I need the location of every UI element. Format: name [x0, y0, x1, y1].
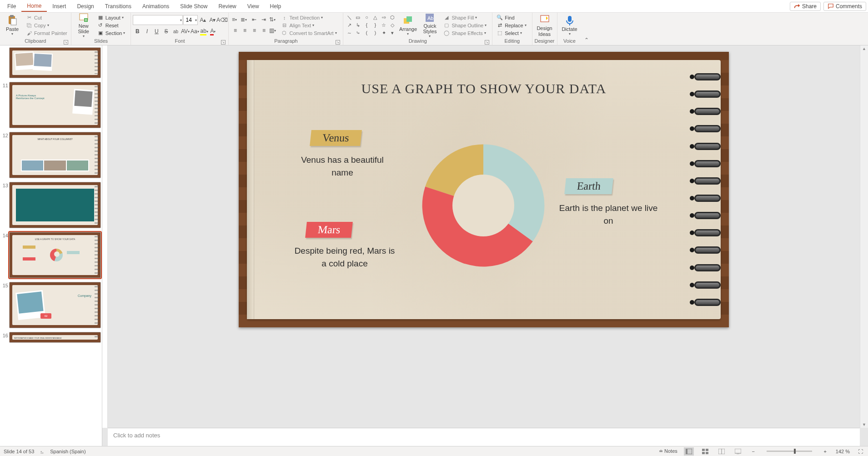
scroll-up-button[interactable]: ▲	[860, 45, 868, 52]
slide-thumbnail[interactable]: 02Company	[9, 282, 101, 328]
tab-view[interactable]: View	[242, 1, 265, 11]
spell-check-icon[interactable]: ⎁	[40, 449, 44, 454]
replace-button[interactable]: ⇄Replace ▾	[494, 21, 530, 29]
shape-star-icon[interactable]: ☆	[380, 21, 388, 29]
mars-tape-label[interactable]: Mars	[305, 222, 353, 238]
font-name-input[interactable]	[133, 17, 179, 23]
zoom-in-button[interactable]: +	[821, 449, 829, 454]
slide-thumbnail[interactable]: WHAT ABOUT FOUR COLUMNS?	[9, 132, 101, 178]
clipboard-launcher[interactable]: ↘	[64, 40, 68, 45]
slide-counter[interactable]: Slide 14 of 53	[4, 449, 34, 454]
fit-to-window-button[interactable]: ⛶	[856, 449, 864, 454]
tab-home[interactable]: Home	[21, 1, 47, 12]
tab-help[interactable]: Help	[265, 1, 287, 11]
normal-view-button[interactable]	[684, 447, 694, 456]
arrange-button[interactable]: Arrange▾	[397, 14, 418, 37]
drawing-launcher[interactable]: ↘	[485, 40, 489, 45]
tab-review[interactable]: Review	[213, 1, 241, 11]
shape-effects-button[interactable]: ◯Shape Effects ▾	[441, 29, 490, 37]
slide-thumbnails-pane[interactable]: 11A Picture AlwaysReinforces the Concept…	[0, 45, 102, 446]
shape-fill-button[interactable]: ◢Shape Fill ▾	[441, 14, 490, 21]
shape-oval-icon[interactable]: ○	[362, 14, 371, 21]
strike-button[interactable]: S	[161, 27, 171, 36]
share-button[interactable]: Share	[790, 2, 821, 11]
spacing-button[interactable]: AV▾	[181, 27, 190, 36]
shape-rparen-icon[interactable]: )	[371, 29, 379, 36]
notes-toggle[interactable]: ≐ Notes	[659, 448, 677, 454]
shape-connector-icon[interactable]: ⤷	[354, 29, 362, 36]
slide[interactable]: USE A GRAPH TO SHOW YOUR DATA Venus Venu…	[239, 52, 729, 327]
design-ideas-button[interactable]: Design Ideas	[534, 14, 555, 37]
smartart-button[interactable]: ⬡Convert to SmartArt ▾	[279, 29, 340, 37]
paste-button[interactable]: Paste▾	[2, 14, 23, 37]
shape-lparen-icon[interactable]: (	[362, 29, 371, 36]
shape-callout-icon[interactable]: ◇	[388, 21, 396, 29]
reset-button[interactable]: ↺Reset	[95, 21, 129, 29]
section-button[interactable]: ▣Section ▾	[95, 29, 129, 37]
align-right-button[interactable]: ≡	[250, 26, 259, 35]
zoom-level[interactable]: 142 %	[836, 449, 850, 454]
line-spacing-button[interactable]: ⇅▾	[269, 15, 278, 24]
slide-canvas-area[interactable]: USE A GRAPH TO SHOW YOUR DATA Venus Venu…	[108, 45, 860, 428]
select-button[interactable]: ⬚Select ▾	[494, 29, 530, 37]
justify-button[interactable]: ≡	[259, 26, 268, 35]
notes-pane[interactable]: Click to add notes	[108, 428, 860, 446]
decrease-font-button[interactable]: A▾	[208, 15, 217, 25]
font-launcher[interactable]: ↘	[221, 40, 226, 45]
shape-star2-icon[interactable]: ✦	[380, 29, 388, 36]
bold-button[interactable]: B	[133, 27, 142, 36]
text-direction-button[interactable]: ↕Text Direction ▾	[279, 14, 340, 21]
shape-triangle-icon[interactable]: △	[371, 14, 379, 21]
slide-thumbnail[interactable]: INFOGRAPHICS MAKE YOUR IDEA UNDERSTANDAB…	[9, 332, 101, 343]
vertical-scrollbar[interactable]: ▲ ▼	[860, 45, 868, 428]
shapes-gallery[interactable]: ＼▭○△⇨⬡ ↗↳{}☆◇ ～⤷()✦▾	[345, 14, 396, 36]
slide-thumbnail[interactable]: A Picture AlwaysReinforces the Concept	[9, 82, 101, 128]
donut-chart[interactable]	[420, 142, 547, 269]
language-indicator[interactable]: Spanish (Spain)	[50, 449, 85, 454]
font-size-input[interactable]	[184, 17, 194, 23]
tab-animations[interactable]: Animations	[137, 1, 175, 11]
format-painter-button[interactable]: 🖌Format Painter	[24, 29, 69, 37]
tab-file[interactable]: File	[2, 1, 21, 11]
slide-thumbnail[interactable]: USE A GRAPH TO SHOW YOUR DATA	[9, 232, 101, 278]
shape-line2-icon[interactable]: ↗	[345, 21, 353, 29]
paragraph-launcher[interactable]: ↘	[336, 40, 340, 45]
earth-description[interactable]: Earth is the planet we live on	[558, 202, 658, 227]
reading-view-button[interactable]	[717, 447, 727, 456]
align-text-button[interactable]: ⊟Align Text ▾	[279, 21, 340, 29]
align-left-button[interactable]: ≡	[231, 26, 240, 35]
increase-font-button[interactable]: A▴	[198, 15, 207, 25]
bullets-button[interactable]: ≡▾	[231, 15, 240, 24]
zoom-out-button[interactable]: −	[749, 449, 758, 454]
tab-transitions[interactable]: Transitions	[100, 1, 137, 11]
shape-rect-icon[interactable]: ▭	[354, 14, 362, 21]
shape-rbrace-icon[interactable]: }	[371, 21, 379, 29]
increase-indent-button[interactable]: ⇥	[259, 15, 268, 24]
shape-arrow-icon[interactable]: ⇨	[380, 14, 388, 21]
copy-button[interactable]: ⿻Copy ▾	[24, 21, 69, 29]
tab-slide-show[interactable]: Slide Show	[175, 1, 213, 11]
font-size-combo[interactable]: ▾	[183, 15, 198, 25]
font-name-combo[interactable]: ▾	[133, 15, 183, 25]
underline-button[interactable]: U	[152, 27, 161, 36]
highlight-button[interactable]: ab▾	[200, 27, 209, 36]
slide-title[interactable]: USE A GRAPH TO SHOW YOUR DATA	[247, 60, 721, 96]
quick-styles-button[interactable]: Ab Quick Styles▾	[419, 14, 440, 37]
slideshow-view-button[interactable]	[733, 447, 743, 456]
layout-button[interactable]: ▦Layout ▾	[95, 14, 129, 21]
shape-more-icon[interactable]: ▾	[388, 29, 396, 36]
find-button[interactable]: 🔍Find	[494, 14, 530, 21]
zoom-slider[interactable]	[767, 451, 812, 452]
venus-tape-label[interactable]: Venus	[310, 130, 361, 146]
scroll-down-button[interactable]: ▼	[860, 421, 868, 428]
venus-description[interactable]: Venus has a beautiful name	[297, 154, 388, 179]
shape-outline-button[interactable]: ▢Shape Outline ▾	[441, 21, 490, 29]
shadow-button[interactable]: ab	[171, 27, 180, 36]
columns-button[interactable]: ▥▾	[269, 26, 278, 35]
slide-thumbnail[interactable]	[9, 182, 101, 228]
tab-insert[interactable]: Insert	[47, 1, 71, 11]
shape-elbow-icon[interactable]: ↳	[354, 21, 362, 29]
shape-curve-icon[interactable]: ～	[345, 29, 353, 36]
tab-design[interactable]: Design	[71, 1, 99, 11]
slide-thumbnail[interactable]	[9, 47, 101, 78]
